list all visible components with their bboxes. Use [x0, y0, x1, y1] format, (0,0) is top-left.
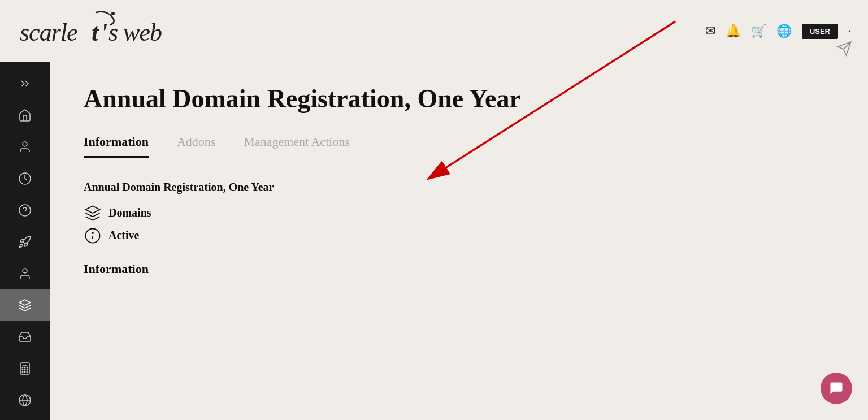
globe-icon[interactable]: 🌐: [776, 24, 792, 38]
sidebar-item-account[interactable]: [0, 258, 50, 289]
content-section: Annual Domain Registration, One Year Dom…: [84, 181, 834, 276]
header-icons: ✉ 🔔 🛒 🌐 USER ·: [705, 24, 851, 39]
logo-area: scarle t ' s web: [17, 7, 164, 56]
meta-domains-text: Domains: [108, 206, 151, 219]
sidebar: [0, 62, 50, 420]
layers-icon: [84, 204, 102, 222]
tab-addons[interactable]: Addons: [177, 135, 215, 158]
sidebar-item-inbox[interactable]: [0, 321, 50, 353]
user-badge[interactable]: USER: [802, 24, 838, 39]
logo: scarle t ' s web: [17, 7, 164, 56]
logo-svg: scarle t ' s web: [17, 7, 164, 52]
cart-icon[interactable]: 🛒: [751, 24, 766, 38]
svg-text:scarle: scarle: [20, 19, 77, 46]
sidebar-item-rocket[interactable]: [0, 226, 50, 258]
meta-active-text: Active: [108, 229, 139, 242]
mail-icon[interactable]: ✉: [705, 24, 715, 38]
main-content: Annual Domain Registration, One Year Inf…: [50, 62, 868, 420]
svg-marker-12: [19, 300, 31, 305]
meta-item-active: Active: [84, 227, 834, 245]
tab-management-actions[interactable]: Management Actions: [244, 135, 350, 158]
sidebar-item-calculator[interactable]: [0, 353, 50, 384]
svg-text:t: t: [92, 19, 99, 46]
section-heading-information: Information: [84, 262, 834, 276]
product-meta: Domains Active: [84, 204, 834, 245]
svg-point-4: [111, 12, 115, 15]
info-circle-icon: [84, 227, 102, 245]
sidebar-item-home[interactable]: [0, 99, 50, 131]
svg-marker-26: [86, 206, 100, 213]
meta-item-domains: Domains: [84, 204, 834, 222]
tab-information[interactable]: Information: [84, 135, 149, 158]
svg-text:s web: s web: [108, 19, 162, 46]
svg-point-9: [19, 205, 31, 216]
sidebar-item-user[interactable]: [0, 131, 50, 163]
tabs-bar: Information Addons Management Actions: [84, 135, 834, 158]
svg-point-11: [23, 269, 27, 273]
sidebar-item-layers[interactable]: [0, 289, 50, 321]
sidebar-item-help[interactable]: [0, 194, 50, 226]
bell-icon[interactable]: 🔔: [726, 24, 741, 38]
sidebar-item-clock[interactable]: [0, 163, 50, 194]
product-name: Annual Domain Registration, One Year: [84, 181, 834, 194]
dropdown-dot[interactable]: ·: [848, 25, 851, 38]
chat-button[interactable]: [821, 373, 852, 404]
send-icon[interactable]: [836, 41, 852, 60]
sidebar-item-expand[interactable]: [0, 68, 50, 99]
svg-point-7: [23, 142, 27, 146]
svg-text:': ': [101, 19, 107, 46]
sidebar-item-globe[interactable]: [0, 384, 50, 416]
top-header: scarle t ' s web ✉ 🔔 🛒 🌐 USER ·: [0, 0, 868, 62]
page-title: Annual Domain Registration, One Year: [84, 85, 834, 123]
